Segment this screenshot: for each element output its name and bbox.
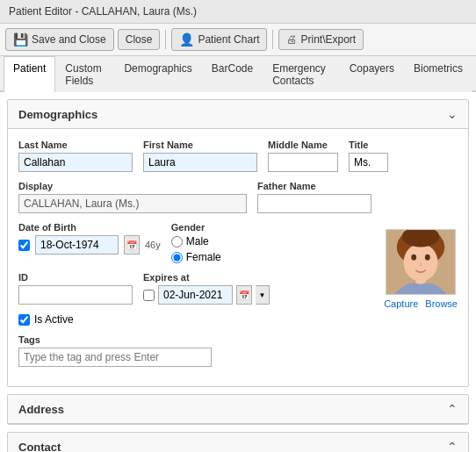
- gender-female-label: Female: [186, 251, 221, 263]
- demographics-section-header[interactable]: Demographics ⌄: [8, 100, 468, 129]
- toolbar: 💾 Save and Close Close 👤 Patient Chart 🖨…: [0, 24, 476, 56]
- display-input[interactable]: [18, 194, 247, 213]
- print-icon: 🖨: [286, 33, 297, 46]
- photo-links-row: Capture Browse: [384, 298, 458, 309]
- tab-patient[interactable]: Patient: [4, 56, 55, 92]
- display-row: Display Father Name: [18, 181, 458, 213]
- svg-point-3: [411, 255, 416, 261]
- demographics-section: Demographics ⌄ Last Name First Name Midd…: [7, 99, 469, 387]
- id-input[interactable]: [18, 285, 133, 305]
- tags-row: Tags: [18, 334, 373, 367]
- father-name-input[interactable]: [257, 194, 371, 213]
- gender-male-item: Male: [171, 235, 221, 248]
- patient-chart-button[interactable]: 👤 Patient Chart: [171, 28, 267, 51]
- contact-section-header[interactable]: Contact ⌃: [8, 433, 468, 452]
- display-label: Display: [18, 181, 247, 191]
- gender-female-item: Female: [171, 251, 221, 263]
- father-name-group: Father Name: [257, 181, 371, 213]
- toolbar-separator: [165, 30, 166, 49]
- expires-calendar-icon[interactable]: 📅: [236, 285, 252, 305]
- expires-checkbox[interactable]: [143, 290, 155, 301]
- tab-demographics[interactable]: Demographics: [114, 56, 201, 92]
- person-icon: 👤: [179, 32, 194, 47]
- tab-biometrics[interactable]: Biometrics: [404, 56, 472, 92]
- expires-at-group: Expires at 📅 ▼: [143, 272, 270, 305]
- display-group: Display: [18, 181, 247, 213]
- toolbar-separator-2: [272, 30, 273, 49]
- save-and-close-button[interactable]: 💾 Save and Close: [5, 28, 114, 51]
- tab-copayers[interactable]: Copayers: [340, 56, 404, 92]
- gender-label: Gender: [171, 222, 221, 233]
- id-row: ID Expires at 📅 ▼: [18, 272, 373, 305]
- tags-group: Tags: [18, 334, 373, 367]
- tabs-bar: Patient Custom Fields Demographics BarCo…: [0, 56, 476, 92]
- photo-area: Capture Browse: [384, 229, 458, 309]
- gender-group: Gender Male Female: [171, 222, 221, 263]
- first-name-label: First Name: [143, 140, 257, 150]
- browse-link[interactable]: Browse: [425, 298, 458, 309]
- title-input[interactable]: [349, 153, 388, 172]
- contact-section: Contact ⌃: [7, 432, 469, 452]
- id-group: ID: [18, 272, 133, 305]
- dob-input[interactable]: [35, 235, 119, 255]
- address-section: Address ⌃: [7, 394, 469, 425]
- expires-dropdown-icon[interactable]: ▼: [256, 285, 270, 305]
- print-export-button[interactable]: 🖨 Print\Export: [278, 29, 364, 50]
- gender-male-radio[interactable]: [171, 236, 183, 248]
- first-name-group: First Name: [143, 140, 257, 172]
- last-name-label: Last Name: [18, 140, 133, 150]
- chevron-down-icon: ⌄: [447, 107, 458, 121]
- gender-male-label: Male: [186, 235, 209, 248]
- is-active-label: Is Active: [34, 313, 74, 326]
- tab-custom-fields[interactable]: Custom Fields: [55, 56, 114, 92]
- patient-photo: [386, 229, 456, 295]
- is-active-check-row: Is Active: [18, 313, 74, 326]
- dob-group: Date of Birth 📅 46y: [18, 222, 161, 255]
- title-label: Title: [349, 140, 388, 150]
- chevron-up-icon-2: ⌃: [447, 440, 458, 452]
- tab-barcode[interactable]: BarCode: [202, 56, 263, 92]
- expires-input-row: 📅 ▼: [143, 285, 270, 305]
- name-row: Last Name First Name Middle Name Title: [18, 140, 458, 172]
- form-fields-area: Date of Birth 📅 46y Gender: [18, 222, 373, 376]
- content-area: Demographics ⌄ Last Name First Name Midd…: [0, 92, 476, 452]
- demographics-title: Demographics: [18, 108, 97, 121]
- is-active-checkbox[interactable]: [18, 314, 30, 326]
- expires-at-label: Expires at: [143, 272, 270, 283]
- dob-row: Date of Birth 📅 46y Gender: [18, 222, 373, 263]
- middle-name-group: Middle Name: [268, 140, 338, 172]
- svg-point-4: [425, 255, 430, 261]
- dob-checkbox[interactable]: [18, 240, 30, 251]
- id-label: ID: [18, 272, 133, 283]
- dob-age: 46y: [145, 240, 161, 250]
- close-button[interactable]: Close: [118, 29, 161, 50]
- capture-link[interactable]: Capture: [384, 298, 418, 309]
- gender-female-radio[interactable]: [171, 252, 183, 263]
- calendar-icon[interactable]: 📅: [124, 235, 140, 255]
- title-bar: Patient Editor - CALLAHAN, Laura (Ms.): [0, 0, 476, 24]
- title-group: Title: [349, 140, 388, 172]
- address-title: Address: [18, 403, 64, 416]
- last-name-input[interactable]: [18, 153, 133, 172]
- last-name-group: Last Name: [18, 140, 133, 172]
- middle-name-input[interactable]: [268, 153, 338, 172]
- address-section-header[interactable]: Address ⌃: [8, 395, 468, 424]
- expires-input[interactable]: [158, 285, 233, 305]
- tags-input[interactable]: [18, 348, 212, 367]
- patient-photo-svg: [386, 230, 455, 294]
- contact-title: Contact: [18, 441, 61, 453]
- dob-label: Date of Birth: [18, 222, 161, 233]
- gender-radio-group: Male Female: [171, 235, 221, 263]
- save-icon: 💾: [13, 32, 28, 47]
- demographics-section-body: Last Name First Name Middle Name Title: [8, 129, 468, 386]
- first-name-input[interactable]: [143, 153, 257, 172]
- is-active-row: Is Active: [18, 313, 373, 326]
- father-name-label: Father Name: [257, 181, 371, 191]
- tab-emergency-contacts[interactable]: Emergency Contacts: [263, 56, 339, 92]
- chevron-up-icon: ⌃: [447, 402, 458, 416]
- dob-input-row: 📅 46y: [18, 235, 161, 255]
- middle-name-label: Middle Name: [268, 140, 338, 150]
- main-content-area: Date of Birth 📅 46y Gender: [18, 222, 458, 376]
- tags-label: Tags: [18, 334, 373, 345]
